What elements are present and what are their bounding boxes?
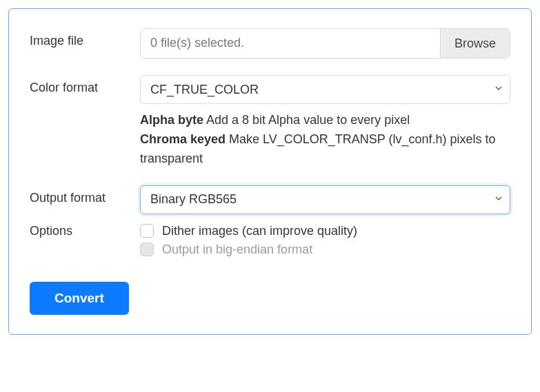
color-format-select-wrap: CF_TRUE_COLOR	[140, 75, 510, 104]
field-options: Dither images (can improve quality) Outp…	[140, 224, 510, 261]
label-color-format: Color format	[30, 75, 140, 95]
field-output-format: Binary RGB565	[140, 185, 510, 214]
big-endian-label: Output in big-endian format	[162, 243, 312, 257]
label-output-format: Output format	[30, 185, 140, 205]
output-format-select-wrap: Binary RGB565	[140, 185, 510, 214]
file-input-group: 0 file(s) selected. Browse	[140, 28, 510, 59]
output-format-select[interactable]: Binary RGB565	[140, 185, 510, 214]
converter-panel: Image file 0 file(s) selected. Browse Co…	[8, 8, 532, 335]
field-color-format: CF_TRUE_COLOR Alpha byte Add a 8 bit Alp…	[140, 75, 510, 169]
option-dither[interactable]: Dither images (can improve quality)	[140, 224, 510, 238]
alpha-byte-title: Alpha byte	[140, 113, 203, 127]
row-color-format: Color format CF_TRUE_COLOR Alpha byte Ad…	[30, 75, 510, 169]
row-output-format: Output format Binary RGB565	[30, 185, 510, 214]
dither-label: Dither images (can improve quality)	[162, 224, 357, 238]
chroma-keyed-title: Chroma keyed	[140, 132, 226, 146]
label-image-file: Image file	[30, 28, 140, 48]
convert-button[interactable]: Convert	[30, 282, 129, 315]
option-big-endian: Output in big-endian format	[140, 243, 510, 257]
color-format-select[interactable]: CF_TRUE_COLOR	[140, 75, 510, 104]
row-options: Options Dither images (can improve quali…	[30, 224, 510, 261]
big-endian-checkbox	[140, 243, 154, 256]
dither-checkbox[interactable]	[140, 224, 154, 238]
field-image-file: 0 file(s) selected. Browse	[140, 28, 510, 59]
color-format-help: Alpha byte Add a 8 bit Alpha value to ev…	[140, 111, 510, 169]
alpha-byte-desc: Add a 8 bit Alpha value to every pixel	[203, 113, 410, 127]
file-status-text: 0 file(s) selected.	[141, 29, 440, 58]
row-image-file: Image file 0 file(s) selected. Browse	[30, 28, 510, 59]
label-options: Options	[30, 224, 140, 238]
browse-button[interactable]: Browse	[440, 29, 510, 58]
